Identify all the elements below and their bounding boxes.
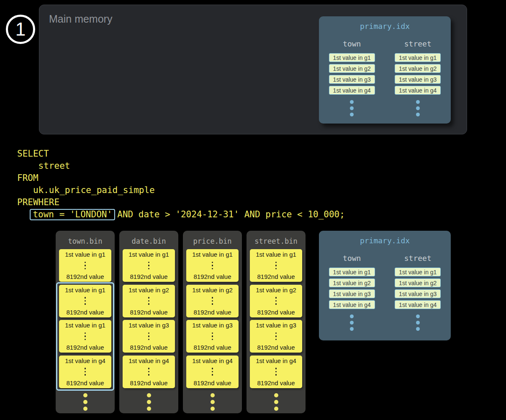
dot <box>148 374 150 376</box>
sql-segment: AND date > '2024-12-31' AND price < 10_0… <box>112 209 345 219</box>
dot <box>211 400 215 404</box>
index-entry-chip: 1st value in g3 <box>329 75 375 84</box>
dot <box>83 400 87 404</box>
granule-list: 1st value in g18192nd value1st value in … <box>56 249 115 391</box>
dot <box>148 297 150 299</box>
granule-last-value: 8192nd value <box>130 309 167 316</box>
dot <box>275 297 277 299</box>
bin-file-title: town.bin <box>56 237 115 245</box>
dot <box>85 262 86 263</box>
dot <box>148 300 150 302</box>
dot <box>212 339 213 340</box>
idx-column-header: street <box>404 254 432 263</box>
granule-ellipsis-dots <box>275 368 277 376</box>
step-number: 1 <box>15 20 26 39</box>
granule-first-value: 1st value in g4 <box>192 357 233 364</box>
dot <box>211 393 215 397</box>
sql-segment: PREWHERE <box>17 197 59 207</box>
granule-last-value: 8192nd value <box>257 309 295 316</box>
idx-column-street: street1st value in g11st value in g21st … <box>385 39 451 116</box>
primary-idx-columns: town1st value in g11st value in g21st va… <box>319 254 451 331</box>
granule-last-value: 8192nd value <box>66 344 104 351</box>
granule-first-value: 1st value in g1 <box>65 322 105 329</box>
index-entry-chip: 1st value in g3 <box>395 75 441 84</box>
granule-first-value: 1st value in g1 <box>256 251 296 258</box>
bin-file-title: date.bin <box>119 237 178 245</box>
granule-block: 1st value in g38192nd value <box>186 320 239 353</box>
primary-idx-columns: town1st value in g11st value in g21st va… <box>319 39 451 116</box>
granule-ellipsis-dots <box>212 332 213 340</box>
granule-block: 1st value in g18192nd value <box>250 249 302 282</box>
index-entry-chip: 1st value in g2 <box>395 278 441 287</box>
granule-ellipsis-dots <box>148 297 150 305</box>
dot <box>275 374 277 376</box>
dot <box>85 339 86 340</box>
granule-ellipsis-dots <box>275 297 277 305</box>
granule-last-value: 8192nd value <box>193 379 231 387</box>
granule-list: 1st value in g18192nd value1st value in … <box>247 249 306 391</box>
dot <box>274 400 278 404</box>
index-entry-chip: 1st value in g1 <box>329 53 375 62</box>
dot <box>148 262 150 263</box>
primary-idx-panel-on-disk: primary.idxtown1st value in g11st value … <box>319 231 451 340</box>
dot <box>274 407 278 411</box>
dot <box>83 407 87 411</box>
dot <box>212 297 213 299</box>
dot <box>85 332 86 334</box>
sql-line: PREWHERE <box>17 196 345 209</box>
index-entry-chip: 1st value in g2 <box>329 278 375 287</box>
dot <box>212 265 213 266</box>
granule-last-value: 8192nd value <box>130 344 167 351</box>
dot <box>148 303 150 305</box>
index-entry-chip: 1st value in g3 <box>329 289 375 298</box>
dot <box>416 100 420 104</box>
index-entry-chip: 1st value in g4 <box>395 86 441 95</box>
granule-ellipsis-dots <box>212 262 213 270</box>
granule-ellipsis-dots <box>275 332 277 340</box>
primary-idx-title: primary.idx <box>319 22 451 31</box>
prewhere-town-highlight-box: town = 'LONDON' <box>30 209 115 220</box>
granule-ellipsis-dots <box>85 297 86 305</box>
sql-line: street <box>17 160 345 172</box>
dot <box>212 268 213 270</box>
more-entries-dots <box>350 100 354 116</box>
granule-block: 1st value in g48192nd value <box>186 356 239 388</box>
granule-ellipsis-dots <box>148 332 150 340</box>
granule-block: 1st value in g18192nd value <box>123 249 175 282</box>
granule-last-value: 8192nd value <box>130 273 167 280</box>
granule-ellipsis-dots <box>148 262 150 270</box>
granule-last-value: 8192nd value <box>66 309 104 316</box>
granule-block: 1st value in g18192nd value <box>186 249 239 282</box>
dot <box>275 265 277 266</box>
granule-last-value: 8192nd value <box>257 344 295 351</box>
main-memory-title: Main memory <box>49 13 112 25</box>
granule-first-value: 1st value in g3 <box>192 322 233 329</box>
dot <box>350 100 354 104</box>
idx-column-header: street <box>404 39 432 48</box>
dot <box>416 327 420 331</box>
dot <box>416 321 420 325</box>
sql-segment: street <box>17 161 70 171</box>
more-entries-dots <box>416 100 420 116</box>
dot <box>212 262 213 263</box>
index-entry-chip: 1st value in g2 <box>395 64 441 73</box>
dot <box>211 407 215 411</box>
granule-block: 1st value in g18192nd value <box>59 320 111 353</box>
sql-segment: uk.uk_price_paid_simple <box>17 185 155 195</box>
granule-ellipsis-dots <box>85 332 86 340</box>
granule-last-value: 8192nd value <box>193 344 231 351</box>
dot <box>416 113 420 116</box>
dot <box>275 300 277 302</box>
dot <box>416 106 420 110</box>
granule-first-value: 1st value in g2 <box>256 286 296 294</box>
dot <box>147 407 151 411</box>
dot <box>212 368 213 369</box>
granule-first-value: 1st value in g3 <box>256 322 296 329</box>
index-entry-chip: 1st value in g1 <box>395 53 441 62</box>
granule-block: 1st value in g28192nd value <box>123 285 175 317</box>
sql-line: town = 'LONDON' AND date > '2024-12-31' … <box>17 209 345 221</box>
dot <box>85 368 86 369</box>
dot <box>148 335 150 337</box>
dot <box>85 371 86 373</box>
granule-ellipsis-dots <box>275 262 277 270</box>
